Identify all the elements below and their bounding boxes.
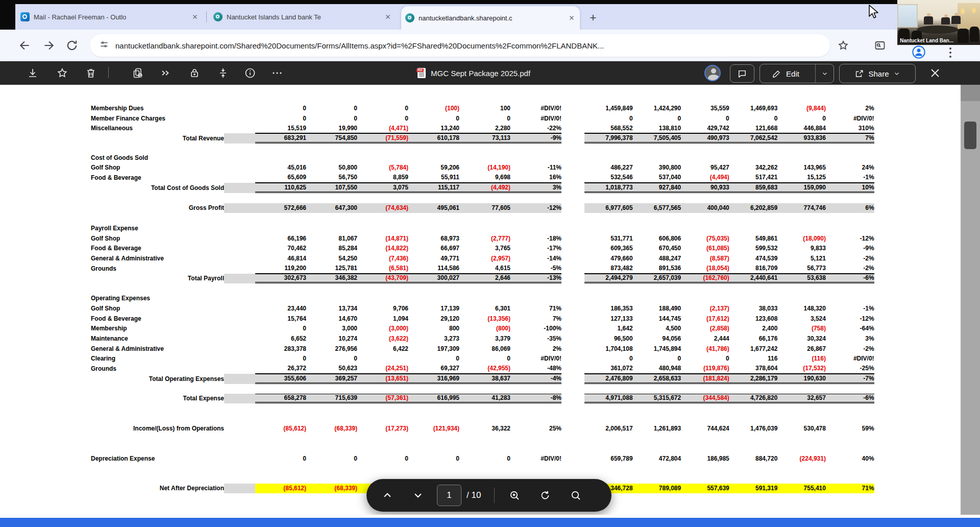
lead-cell <box>224 233 255 244</box>
delete-button[interactable] <box>85 67 97 79</box>
row-label: Total Operating Expenses <box>91 374 224 384</box>
cell: 121,668 <box>729 123 778 133</box>
cell: 670,450 <box>633 244 681 254</box>
browser-menu-button[interactable] <box>946 46 954 59</box>
cell: 1,459,849 <box>584 103 633 113</box>
lead-cell <box>224 264 255 274</box>
cell: 488,247 <box>633 253 681 264</box>
cell: (18,090) <box>777 233 826 244</box>
cell: 474,539 <box>729 253 778 264</box>
cell: 15,125 <box>777 173 826 183</box>
table-spacer <box>91 143 874 153</box>
cell: 6,422 <box>357 344 408 354</box>
cell: 6% <box>826 203 874 213</box>
compress-merge-button[interactable] <box>217 67 229 79</box>
cell: -6% <box>826 274 874 284</box>
cell: 0 <box>255 453 306 464</box>
site-info-button[interactable] <box>99 39 109 52</box>
edit-dropdown-button[interactable] <box>815 64 834 83</box>
bookmark-star-button[interactable] <box>837 39 850 53</box>
cell: 197,309 <box>408 344 459 354</box>
cell: 186,985 <box>681 453 729 464</box>
cell: 816,709 <box>729 264 778 274</box>
cell: 1,424,290 <box>633 103 681 113</box>
tab-close-button[interactable] <box>568 14 576 22</box>
row-label: Food & Beverage <box>91 314 224 324</box>
more-options-button[interactable] <box>271 67 283 79</box>
tab-mail-outlook[interactable]: Mail - Rachael Freeman - Outlo <box>16 7 203 27</box>
lead-cell <box>224 344 255 354</box>
cell: 69,327 <box>408 364 459 374</box>
cell: (3,622) <box>357 333 408 344</box>
avatar[interactable] <box>704 65 721 81</box>
cell: 446,884 <box>777 123 826 133</box>
lock-button[interactable] <box>188 67 201 79</box>
cell: 6,577,565 <box>633 203 681 213</box>
download-button[interactable] <box>27 67 39 79</box>
comments-button[interactable] <box>730 64 754 83</box>
share-button[interactable]: Share <box>839 64 916 83</box>
cell: (8,587) <box>681 253 729 264</box>
reload-button[interactable] <box>65 39 79 52</box>
copy-move-button[interactable] <box>132 67 144 79</box>
scrollbar-thumb[interactable] <box>964 122 976 149</box>
lead-cell <box>224 314 255 324</box>
share-label: Share <box>868 69 889 78</box>
close-button[interactable] <box>928 66 942 80</box>
cell: 71% <box>510 303 561 314</box>
side-panel-search-icon[interactable] <box>874 39 887 53</box>
page-number-input[interactable]: 1 <box>437 485 461 506</box>
tab-close-button[interactable] <box>384 13 392 21</box>
cell: 16% <box>510 173 561 183</box>
cell: 0 <box>729 113 778 124</box>
cell: 148,320 <box>777 303 826 314</box>
table-row: Food & Beverage65,60956,7508,85955,9119,… <box>91 173 874 183</box>
person <box>924 16 933 25</box>
previous-page-button[interactable] <box>380 488 395 503</box>
tab-close-button[interactable] <box>191 13 199 21</box>
search-button[interactable] <box>568 488 583 503</box>
rotate-button[interactable] <box>537 488 553 503</box>
address-bar[interactable]: nantucketlandbank.sharepoint.com/Shared%… <box>90 34 830 57</box>
edit-button-group: Edit <box>760 64 834 83</box>
cell: (71,559) <box>357 133 408 143</box>
zoom-in-button[interactable] <box>507 488 522 503</box>
cell: 4,500 <box>633 323 681 333</box>
row-label: Golf Shop <box>91 303 224 314</box>
cell: (17,273) <box>357 423 408 434</box>
tab-sharepoint-active[interactable]: nantucketlandbank.sharepoint.c <box>401 6 580 30</box>
cell: 283,378 <box>255 344 306 354</box>
profile-button[interactable] <box>912 45 926 59</box>
cell: 647,300 <box>306 203 357 213</box>
info-button[interactable] <box>244 67 256 79</box>
edit-button[interactable]: Edit <box>760 64 811 83</box>
cell: -2% <box>826 253 874 264</box>
lead-cell <box>224 103 255 113</box>
table-row: Grounds119,200125,781(6,581)114,5864,615… <box>91 264 874 274</box>
gutter-cell <box>561 264 584 274</box>
cell: 884,720 <box>729 453 778 464</box>
cell: (85,612) <box>255 484 306 494</box>
new-tab-button[interactable]: + <box>586 11 600 26</box>
lead-cell <box>224 364 255 374</box>
cell: 143,965 <box>777 162 826 173</box>
row-label: Food & Beverage <box>91 173 224 183</box>
meeting-video-overlay[interactable]: Nantucket Land Ban... <box>897 0 980 45</box>
gutter-cell <box>561 113 584 124</box>
cell: -18% <box>510 233 561 244</box>
next-page-button[interactable] <box>410 488 426 503</box>
scrollbar-track[interactable] <box>961 85 980 515</box>
row-label: Operating Expenses <box>91 293 224 303</box>
tab-sharepoint-teams[interactable]: Nantucket Islands Land bank Te <box>209 7 396 27</box>
lead-cell <box>224 333 255 344</box>
cell: (57,361) <box>357 394 408 404</box>
row-label: Cost of Goods Sold <box>91 153 224 163</box>
forward-button[interactable] <box>42 39 55 52</box>
cell: -1% <box>826 303 874 314</box>
back-button[interactable] <box>18 39 32 52</box>
favorite-star-button[interactable] <box>56 67 68 79</box>
cell: 8,859 <box>357 173 408 183</box>
cell: 3,379 <box>459 333 510 344</box>
cell: 4,615 <box>459 264 510 274</box>
double-chevron-button[interactable] <box>159 67 172 79</box>
